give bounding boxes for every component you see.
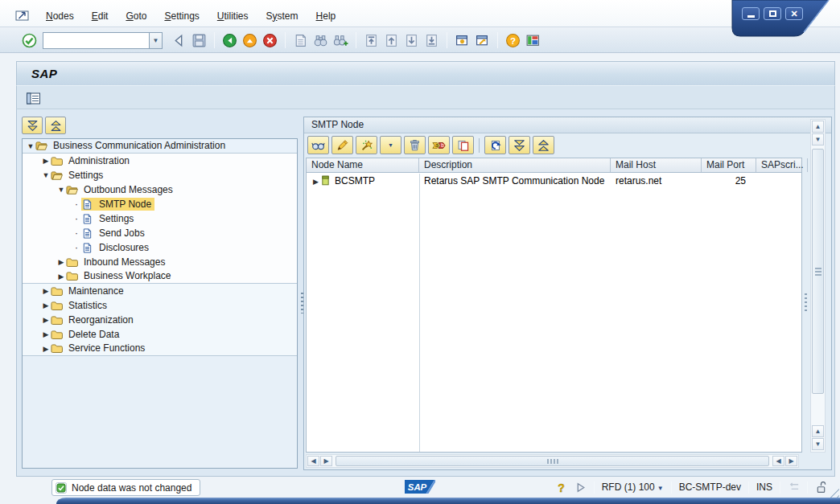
next-page-button[interactable] [401,31,422,51]
maximize-button[interactable] [764,7,781,20]
tree-item-delete-data[interactable]: ▶Delete Data [23,327,297,342]
chevron-right-icon[interactable]: ▶ [41,330,51,338]
scroll-right-button-left[interactable]: ▶ [320,456,332,466]
chevron-right-icon[interactable]: ▶ [41,287,51,295]
tree-item-label: Business Workplace [83,269,175,283]
minimize-button[interactable] [742,7,760,20]
column-header-mail-port[interactable]: Mail Port [702,158,756,172]
help-button[interactable]: ? [503,31,523,51]
rename-button[interactable]: ab [428,136,450,154]
customize-layout-button[interactable] [523,31,543,51]
chevron-right-icon[interactable]: ▶ [41,301,51,309]
status-divider [807,481,808,494]
tree-item-administration[interactable]: ▶Administration [23,154,297,168]
tree-item-outbound-messages[interactable]: ▼Outbound Messages [23,182,297,197]
vertical-scroll-thumb[interactable] [812,149,824,394]
delete-button[interactable] [404,136,426,154]
system-menu-icon[interactable] [15,10,29,22]
print-button[interactable] [290,31,311,51]
save-button[interactable] [189,31,209,51]
display-button[interactable] [307,136,329,154]
overview-button[interactable] [23,88,43,108]
column-header-description[interactable]: Description [419,158,611,172]
continue-button[interactable] [169,31,189,51]
command-input[interactable] [43,32,149,49]
new-session-icon [455,33,470,48]
menu-settings[interactable]: Settings [155,8,208,24]
chevron-right-icon[interactable]: ▶ [56,258,66,266]
help-status-icon[interactable]: ? [555,481,567,494]
chevron-right-icon[interactable]: ▶ [56,272,66,281]
scroll-down-button[interactable]: ▼ [812,133,824,145]
tree-item-statistics[interactable]: ▶Statistics [23,298,297,313]
tree-item-business-communication-administration[interactable]: ▼Business Communication Administration [23,139,297,154]
chevron-right-icon[interactable]: ▶ [41,157,51,165]
scroll-down-button-bottom[interactable]: ▼ [812,438,824,450]
scroll-up-button-bottom[interactable]: ▲ [812,425,824,437]
tree-item-settings[interactable]: ▼Settings [23,168,297,182]
create-wizard-button-dropdown[interactable]: ▼ [380,136,401,154]
insert-mode-indicator: INS [756,481,772,493]
new-session-button[interactable] [452,31,472,51]
expand-all-button[interactable] [509,136,530,154]
play-icon[interactable] [574,481,587,494]
thumb-grip [815,268,821,276]
chevron-right-icon[interactable]: ▶ [41,316,51,324]
menu-system[interactable]: System [257,8,307,24]
status-message-field[interactable]: Node data was not changed [51,479,200,496]
scroll-left-button[interactable]: ◀ [307,456,319,466]
first-page-button[interactable] [361,31,381,51]
horizontal-scrollbar[interactable]: ◀ ▶ ◀ ▶ [306,454,799,468]
cancel-button[interactable] [260,31,280,51]
lock-open-icon[interactable] [815,481,827,494]
chevron-down-icon[interactable]: ▼ [26,142,35,150]
previous-page-button[interactable] [381,31,401,51]
horizontal-scroll-thumb[interactable] [336,456,769,466]
tree-item-settings[interactable]: ·Settings [23,211,297,226]
menu-utilities[interactable]: Utilities [208,8,257,24]
scroll-right-button[interactable]: ▶ [785,456,797,466]
menu-help[interactable]: Help [307,8,345,24]
expand-all-button[interactable] [22,117,43,134]
chevron-down-icon[interactable]: ▼ [56,186,66,194]
back-button[interactable] [220,31,240,51]
last-page-button[interactable] [422,31,442,51]
system-session-selector[interactable]: RFD (1) 100▼ [602,481,664,493]
tree-item-maintenance[interactable]: ▶Maintenance [23,284,297,298]
change-button[interactable] [331,136,353,154]
tree-item-disclosures[interactable]: ·Disclosures [23,240,297,255]
chevron-down-icon[interactable]: ▼ [41,171,51,179]
collapse-all-button[interactable] [45,117,66,134]
command-dropdown-button[interactable]: ▼ [149,32,163,49]
chevron-right-icon[interactable]: ▶ [311,178,320,186]
tree-item-reorganization[interactable]: ▶Reorganization [23,313,297,327]
scroll-up-button[interactable]: ▲ [812,121,824,133]
column-header-mail-host[interactable]: Mail Host [611,158,702,172]
menu-goto[interactable]: Goto [117,8,155,24]
collapse-all-button[interactable] [533,136,554,154]
tree-item-service-functions[interactable]: ▶Service Functions [23,342,297,356]
enter-button[interactable] [19,31,39,51]
scroll-left-button-right[interactable]: ◀ [772,456,784,466]
exit-button[interactable] [240,31,260,51]
menu-nodes[interactable]: Nodes [37,8,83,24]
tree-item-send-jobs[interactable]: ·Send Jobs [23,226,297,240]
find-next-button[interactable] [331,31,351,51]
refresh-button[interactable] [484,136,506,154]
column-header-node-name[interactable]: Node Name [307,158,419,172]
copy-button[interactable] [452,136,474,154]
menu-edit[interactable]: Edit [83,8,117,24]
find-button[interactable] [311,31,331,51]
vertical-scrollbar[interactable]: ▲ ▼ ▲ ▼ [810,119,826,453]
column-header-sapscri-[interactable]: SAPscri... [756,158,808,172]
table-row[interactable]: ▶BCSMTPRetarus SAP SMTP Communication No… [307,174,801,188]
tree-item-smtp-node[interactable]: ·SMTP Node [23,197,297,211]
tree-item-business-workplace[interactable]: ▶Business Workplace [23,269,297,284]
table-header: Node NameDescriptionMail HostMail PortSA… [307,158,801,173]
create-wizard-button[interactable] [356,136,377,154]
tree-item-label: Inbound Messages [83,256,168,269]
tree-item-inbound-messages[interactable]: ▶Inbound Messages [23,255,297,269]
chevron-right-icon[interactable]: ▶ [41,345,51,353]
create-shortcut-button[interactable] [472,31,492,51]
close-button[interactable]: ✕ [785,7,803,20]
